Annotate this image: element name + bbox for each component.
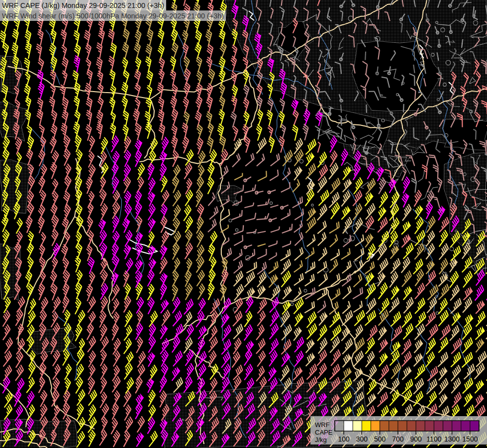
svg-text:900: 900 xyxy=(410,435,422,443)
svg-text:1100: 1100 xyxy=(426,435,441,443)
svg-text:WRF: WRF xyxy=(315,421,330,429)
svg-text:1300: 1300 xyxy=(444,435,460,443)
svg-text:700: 700 xyxy=(392,435,404,443)
svg-text:1500: 1500 xyxy=(462,435,478,443)
svg-text:WRF Wind shear (m/s) 500/1000h: WRF Wind shear (m/s) 500/1000hPa Monday … xyxy=(2,11,224,20)
svg-text:500: 500 xyxy=(374,435,386,443)
svg-text:WRF CAPE (J/kg) Monday 29-09-2: WRF CAPE (J/kg) Monday 29-09-2025 21:00 … xyxy=(2,1,164,9)
svg-text:CAPE: CAPE xyxy=(315,429,333,436)
svg-text:300: 300 xyxy=(356,435,368,443)
svg-text:100: 100 xyxy=(338,435,350,443)
svg-text:J/kg: J/kg xyxy=(315,436,327,444)
